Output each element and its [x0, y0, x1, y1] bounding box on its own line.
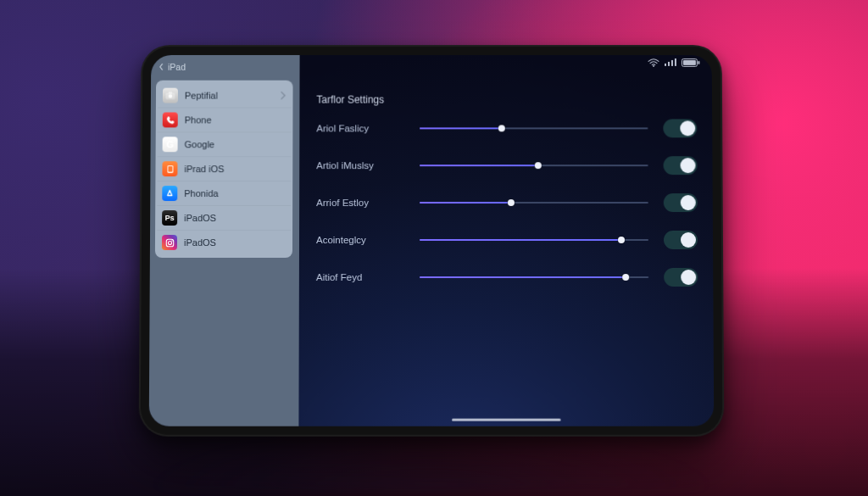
sidebar-item-ipados-ig[interactable]: iPadOS — [157, 230, 291, 254]
settings-rows: Ariol Faslicy Artiol iMuslsy — [316, 119, 698, 287]
sidebar: iPad Peptifial — [149, 55, 300, 426]
setting-row: Artiol iMuslsy — [316, 156, 697, 175]
slider[interactable] — [420, 122, 648, 134]
sidebar-item-label: iPadOS — [184, 213, 216, 223]
svg-rect-2 — [169, 92, 172, 93]
svg-rect-9 — [665, 64, 666, 66]
svg-rect-11 — [671, 60, 673, 66]
phone-icon — [163, 112, 178, 127]
toggle[interactable] — [664, 193, 698, 212]
sidebar-item-label: Phone — [185, 114, 212, 125]
screen: iPad Peptifial — [149, 55, 715, 426]
setting-row: Arriof Estloy — [316, 193, 698, 212]
toggle[interactable] — [664, 156, 698, 175]
svg-point-7 — [171, 240, 172, 241]
ambient-backdrop: iPad Peptifial — [0, 0, 868, 496]
section-title: Tarflor Settings — [316, 94, 697, 106]
google-icon: G — [163, 137, 178, 152]
svg-point-1 — [169, 94, 173, 98]
setting-label: Acointeglcy — [316, 235, 404, 245]
svg-rect-12 — [675, 59, 676, 66]
svg-rect-15 — [698, 61, 699, 64]
slider[interactable] — [420, 271, 648, 283]
svg-point-6 — [168, 241, 171, 244]
back-label: iPad — [168, 62, 186, 72]
photoshop-icon: Ps — [162, 210, 177, 226]
sidebar-item-ipados-ps[interactable]: Ps iPadOS — [157, 205, 291, 230]
slider[interactable] — [420, 159, 648, 171]
setting-label: Ariol Faslicy — [316, 123, 404, 133]
sidebar-item-label: iPrad iOS — [184, 164, 224, 174]
sidebar-item-google[interactable]: G Google — [158, 131, 292, 156]
sidebar-item-label: Phonida — [184, 188, 218, 198]
status-bar — [648, 59, 700, 67]
battery-icon — [682, 59, 700, 67]
camera-icon — [163, 88, 178, 103]
setting-row: Acointeglcy — [316, 231, 698, 249]
setting-label: Aitiof Feyd — [316, 272, 404, 282]
toggle[interactable] — [664, 231, 698, 249]
back-button[interactable]: iPad — [151, 55, 300, 81]
home-indicator[interactable] — [452, 418, 560, 421]
setting-row: Ariol Faslicy — [316, 119, 697, 137]
sidebar-item-label: Peptifial — [185, 91, 218, 101]
svg-rect-4 — [168, 166, 172, 171]
detail-panel: Tarflor Settings Ariol Faslicy Artiol iM… — [298, 55, 714, 426]
tablet-device: iPad Peptifial — [140, 44, 723, 436]
signal-icon — [665, 59, 676, 67]
sidebar-item-ipradios[interactable]: iPrad iOS — [157, 156, 291, 181]
setting-label: Arriof Estloy — [316, 198, 404, 208]
sidebar-list: Peptifial Phone G Google — [155, 81, 293, 258]
chevron-right-icon — [281, 92, 287, 100]
device-frame: iPad Peptifial — [139, 45, 725, 437]
appstore-icon — [162, 186, 177, 201]
svg-point-8 — [653, 65, 654, 67]
wifi-icon — [648, 59, 659, 67]
sidebar-item-phone[interactable]: Phone — [158, 108, 292, 132]
toggle[interactable] — [663, 119, 697, 137]
svg-rect-10 — [668, 62, 670, 66]
setting-row: Aitiof Feyd — [316, 268, 698, 287]
sidebar-item-label: iPadOS — [184, 237, 216, 248]
toggle[interactable] — [664, 268, 698, 287]
sidebar-item-phonida[interactable]: Phonida — [157, 181, 291, 205]
svg-rect-14 — [683, 60, 696, 65]
instagram-icon — [162, 235, 177, 250]
sidebar-item-label: Google — [185, 139, 214, 149]
slider[interactable] — [420, 197, 648, 209]
slider[interactable] — [420, 234, 648, 246]
sidebar-item-peptifial[interactable]: Peptifial — [158, 84, 292, 108]
setting-label: Artiol iMuslsy — [316, 160, 404, 170]
ipad-icon — [162, 161, 177, 176]
chevron-left-icon — [158, 64, 164, 70]
